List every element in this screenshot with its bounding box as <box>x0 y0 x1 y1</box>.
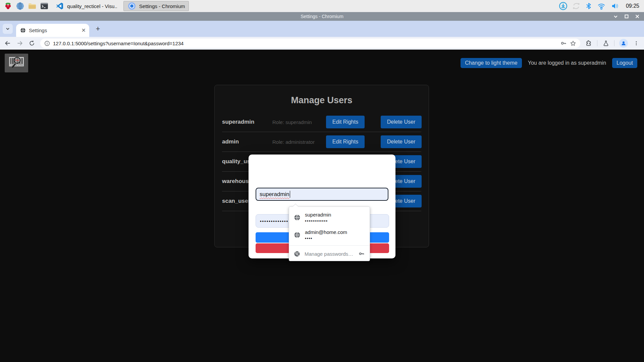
username-value: superadmin <box>260 191 289 198</box>
back-icon[interactable] <box>4 40 11 47</box>
logout-button[interactable]: Logout <box>612 58 637 68</box>
wifi-icon[interactable] <box>597 2 606 10</box>
toolbar-separator <box>597 40 597 46</box>
tab-settings[interactable]: Settings ✕ <box>16 24 89 37</box>
terminal-icon[interactable] <box>40 1 49 11</box>
manage-passwords-item[interactable]: Manage passwords… <box>289 247 370 260</box>
globe-icon <box>294 232 301 238</box>
window-titlebar: Settings - Chromium <box>0 12 644 21</box>
forward-icon[interactable] <box>16 40 23 47</box>
tab-strip: Settings ✕ + <box>0 21 644 37</box>
key-icon[interactable] <box>560 40 567 47</box>
minimize-icon[interactable] <box>613 14 618 19</box>
page-title: Manage Users <box>215 95 429 106</box>
delete-user-button[interactable]: Delete User <box>381 116 422 128</box>
chromium-icon <box>127 1 137 11</box>
autofill-item-superadmin[interactable]: superadmin •••••••••••• <box>289 209 370 226</box>
maximize-icon[interactable] <box>625 14 629 18</box>
user-name: admin <box>222 138 272 145</box>
credential-username: admin@home.com <box>305 229 347 236</box>
dropdown-divider <box>289 245 370 246</box>
address-bar[interactable]: 127.0.0.1:5000/settings?username=Ionut&p… <box>40 39 580 48</box>
edit-rights-button[interactable]: Edit Rights <box>326 116 365 128</box>
bluetooth-icon[interactable] <box>585 2 592 10</box>
user-row-superadmin: superadmin Role: superadmin Edit Rights … <box>222 112 421 132</box>
svg-text:THIS: THIS <box>15 59 19 61</box>
text-caret <box>290 191 290 198</box>
autofill-item-admin[interactable]: admin@home.com •••• <box>289 226 370 244</box>
vscode-icon <box>55 1 64 11</box>
raspberry-menu-icon[interactable] <box>3 1 13 11</box>
star-icon[interactable] <box>570 40 576 47</box>
volume-icon[interactable] <box>610 2 620 10</box>
menu-dots-icon[interactable] <box>633 40 640 47</box>
key-icon <box>358 250 365 257</box>
user-name: superadmin <box>222 119 272 125</box>
sync-icon[interactable] <box>572 2 581 10</box>
browser-toolbar: 127.0.0.1:5000/settings?username=Ionut&p… <box>0 37 644 50</box>
tab-search-chevron-icon[interactable] <box>3 24 13 34</box>
experiments-flask-icon[interactable] <box>602 40 609 47</box>
login-status-text: You are logged in as superadmin <box>528 60 606 66</box>
delete-user-button[interactable]: Delete User <box>381 135 422 148</box>
globe-icon <box>294 214 301 221</box>
taskbar-task-chromium[interactable]: Settings - Chromium <box>123 1 189 11</box>
task-label: quality_recticel - Visu.. <box>67 3 117 9</box>
credential-password-masked: •••• <box>305 236 347 241</box>
url-text[interactable]: 127.0.0.1:5000/settings?username=Ionut&p… <box>53 41 557 46</box>
toolbar-separator <box>614 40 614 46</box>
tab-close-icon[interactable]: ✕ <box>82 28 86 33</box>
credential-password-masked: •••••••••••• <box>305 218 331 224</box>
task-label: Settings - Chromium <box>139 3 185 9</box>
manage-passwords-label: Manage passwords… <box>305 251 354 257</box>
web-browser-globe-icon[interactable] <box>15 1 25 11</box>
edit-rights-button[interactable]: Edit Rights <box>326 135 365 148</box>
update-download-icon[interactable] <box>559 2 568 10</box>
taskbar-task-vscode[interactable]: quality_recticel - Visu.. <box>52 1 121 11</box>
chromium-icon <box>294 251 300 257</box>
autofill-dropdown: superadmin •••••••••••• admin@home.com •… <box>289 206 370 261</box>
password-value: ••••••••••••• <box>260 219 288 224</box>
svg-text:3 120 458 947831: 3 120 458 947831 <box>10 64 23 66</box>
tab-title: Settings <box>29 27 78 33</box>
taskbar-status-icons <box>559 2 620 10</box>
change-theme-button[interactable]: Change to light theme <box>461 58 522 68</box>
user-role: Role: superadmin <box>272 119 326 125</box>
clock: 09:25 <box>626 3 639 9</box>
user-role: Role: administrator <box>272 139 326 145</box>
tab-favicon-globe-icon <box>20 27 26 33</box>
credential-username: superadmin <box>305 211 331 218</box>
app-header: 3 120 458 947831 THIS Change to light th… <box>0 50 644 76</box>
barcode-logo: 3 120 458 947831 THIS <box>5 54 28 72</box>
new-tab-button[interactable]: + <box>93 24 103 34</box>
user-row-admin: admin Role: administrator Edit Rights De… <box>222 132 421 152</box>
window-title: Settings - Chromium <box>301 14 343 19</box>
reload-icon[interactable] <box>28 40 36 47</box>
page-info-icon[interactable] <box>44 41 50 46</box>
username-input[interactable]: superadmin <box>256 188 388 201</box>
extensions-icon[interactable] <box>585 40 592 47</box>
profile-avatar-icon[interactable] <box>619 39 628 48</box>
taskbar: quality_recticel - Visu.. Settings - Chr… <box>0 0 644 12</box>
file-manager-folder-icon[interactable] <box>28 1 37 11</box>
settings-page: 3 120 458 947831 THIS Change to light th… <box>0 50 644 362</box>
close-window-icon[interactable] <box>635 14 639 18</box>
